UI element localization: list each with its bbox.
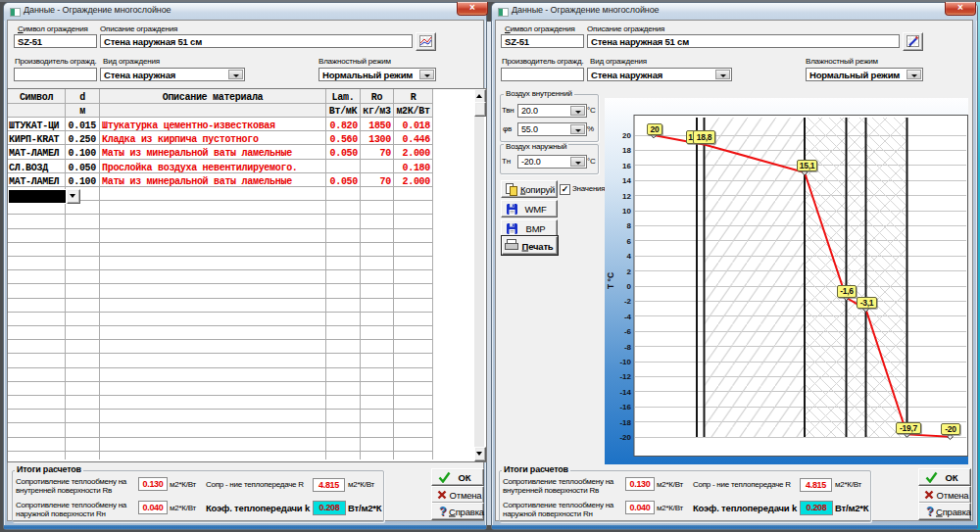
svg-text:16: 16 bbox=[622, 162, 631, 170]
svg-text:0: 0 bbox=[627, 282, 632, 291]
svg-text:-14: -14 bbox=[619, 388, 631, 397]
svg-text:8: 8 bbox=[627, 221, 632, 230]
svg-text:-6: -6 bbox=[624, 327, 632, 336]
svg-text:-12: -12 bbox=[619, 372, 631, 381]
svg-text:-20: -20 bbox=[619, 433, 631, 442]
svg-text:-16: -16 bbox=[619, 403, 631, 411]
svg-text:-18: -18 bbox=[619, 418, 631, 427]
svg-text:-10: -10 bbox=[619, 358, 631, 366]
svg-text:20: 20 bbox=[622, 131, 631, 140]
svg-text:-4: -4 bbox=[624, 313, 632, 321]
svg-text:-2: -2 bbox=[624, 297, 632, 306]
svg-text:18: 18 bbox=[622, 146, 631, 155]
svg-text:4: 4 bbox=[627, 252, 632, 261]
svg-text:2: 2 bbox=[627, 267, 632, 276]
svg-text:T °C: T °C bbox=[606, 272, 615, 289]
svg-text:12: 12 bbox=[622, 192, 631, 201]
svg-text:14: 14 bbox=[622, 176, 631, 185]
svg-text:10: 10 bbox=[622, 207, 631, 216]
svg-text:-8: -8 bbox=[624, 343, 632, 352]
svg-text:6: 6 bbox=[627, 237, 632, 246]
